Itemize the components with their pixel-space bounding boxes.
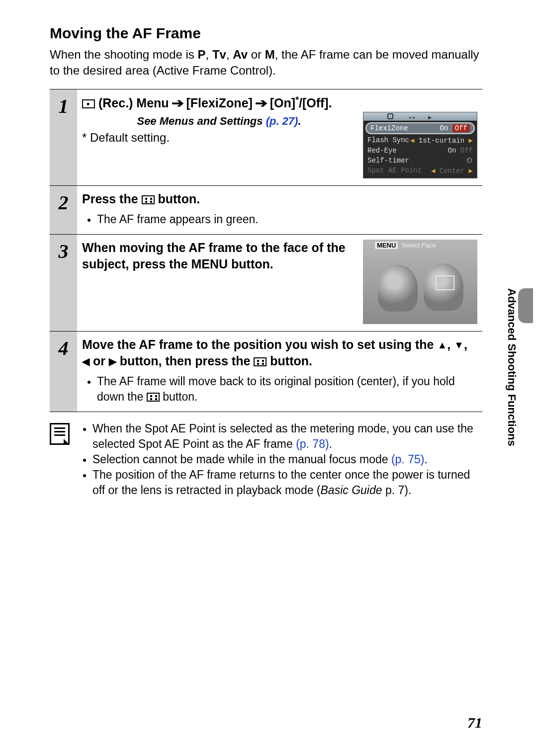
face-select-screenshot: MENU Select Face: [363, 240, 477, 324]
camera-menu-screenshot: ✦✦▶ FlexiZone On Off Flash Sync ◀ 1st-cu…: [363, 112, 477, 178]
list-item: When the Spot AE Point is selected as th…: [92, 421, 482, 452]
menu-row: Spot AE Point ◀ Center ▶: [363, 166, 477, 176]
step-4-heading: Move the AF frame to the position you wi…: [82, 336, 477, 370]
intro-text: When the shooting mode is P, Tv, Av or M…: [50, 47, 482, 79]
step-number: 2: [50, 185, 77, 234]
mode-m: M: [265, 48, 275, 61]
list-item: The AF frame appears in green.: [97, 212, 477, 227]
default-setting-note: * Default setting.: [82, 131, 356, 145]
step-number: 1: [50, 89, 77, 185]
up-icon: ▲: [437, 338, 447, 352]
person-figure: [378, 264, 418, 312]
side-tab-label: Advanced Shooting Functions: [506, 288, 518, 446]
page-ref-link[interactable]: (p. 75): [391, 453, 424, 466]
step-2-bullets: The AF frame appears in green.: [82, 212, 477, 227]
camera-icon: [82, 99, 95, 108]
step-3-heading: When moving the AF frame to the face of …: [82, 240, 356, 273]
af-frame-icon: [254, 357, 267, 366]
arrow-icon: ➔: [255, 95, 268, 112]
menu-row: Self-timer ⏲: [363, 156, 477, 166]
af-frame-icon: [142, 195, 155, 204]
list-item: Selection cannot be made while in the ma…: [92, 452, 482, 467]
page-number: 71: [467, 714, 482, 731]
side-tab: Advanced Shooting Functions: [500, 278, 537, 456]
notes-list: When the Spot AE Point is selected as th…: [78, 421, 482, 498]
notes-icon: [50, 423, 70, 445]
step-4-bullets: The AF frame will move back to its origi…: [82, 374, 477, 405]
menu-tabs: ✦✦▶: [363, 112, 477, 121]
notes-block: When the Spot AE Point is selected as th…: [50, 421, 482, 498]
down-icon: ▼: [454, 338, 464, 352]
step-number: 4: [50, 331, 77, 412]
mode-av: Av: [233, 48, 248, 61]
af-frame-icon: [147, 393, 160, 402]
screenshot-label: MENU Select Face: [375, 242, 436, 249]
thumb-tab-icon: [518, 288, 533, 323]
intro-part: When the shooting mode is: [50, 48, 198, 61]
step-1-heading: (Rec.) Menu ➔ [FlexiZone] ➔ [On]*/[Off].: [82, 94, 477, 112]
list-item: The AF frame will move back to its origi…: [97, 374, 477, 405]
menu-row: Red-Eye On Off: [363, 146, 477, 156]
mode-tv: Tv: [212, 48, 226, 61]
arrow-icon: ➔: [171, 95, 183, 112]
section-title: Moving the AF Frame: [50, 25, 482, 42]
see-menus-note: See Menus and Settings (p. 27).: [82, 115, 356, 128]
mode-p: P: [198, 48, 206, 61]
menu-row: Flash Sync ◀ 1st-curtain ▶: [363, 135, 477, 146]
af-frame-overlay: [436, 275, 454, 290]
step-2-heading: Press the button.: [82, 191, 477, 208]
page-ref-link[interactable]: (p. 78): [296, 437, 329, 450]
steps-table: 1 (Rec.) Menu ➔ [FlexiZone] ➔ [On]*/[Off…: [50, 89, 482, 412]
left-icon: ◀: [82, 355, 90, 368]
page-ref-link[interactable]: (p. 27): [266, 115, 298, 127]
right-icon: ▶: [109, 355, 116, 368]
menu-row-flexizone: FlexiZone On Off: [365, 122, 475, 134]
list-item: The position of the AF frame returns to …: [92, 467, 482, 498]
step-number: 3: [50, 234, 77, 331]
